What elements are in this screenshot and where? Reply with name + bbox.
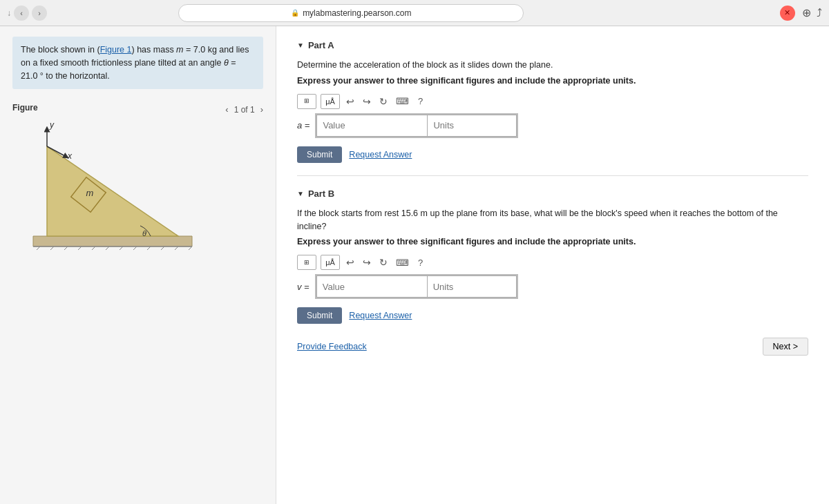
part-a-description: Determine the acceleration of the block … (297, 59, 808, 72)
figure-area: Figure ‹ 1 of 1 › (12, 103, 263, 252)
problem-statement: The block shown in (Figure 1) has mass m… (12, 37, 263, 89)
part-b-toolbar: ⊞ μÅ ↩ ↪ ↻ ⌨ ? (297, 255, 808, 270)
part-a-refresh-button[interactable]: ↻ (377, 95, 390, 108)
part-a-submit-button[interactable]: Submit (297, 146, 342, 163)
forward-button[interactable]: › (32, 6, 47, 21)
part-a-arrow-icon: ▼ (297, 41, 304, 49)
circle-icon: ⊕ (802, 6, 811, 19)
part-b-help-button[interactable]: ? (415, 256, 426, 269)
part-a-input-box (315, 113, 518, 138)
part-b-header: ▼ Part B (297, 188, 808, 199)
address-bar: 🔒 mylabmastering.pearson.com (178, 4, 524, 22)
svg-text:x: x (67, 151, 73, 161)
svg-text:y: y (49, 120, 55, 130)
part-a-instruction: Express your answer to three significant… (297, 76, 808, 86)
lock-icon: 🔒 (291, 9, 299, 17)
part-a-undo-button[interactable]: ↩ (344, 95, 356, 108)
footer-row: Provide Feedback Next > (297, 338, 808, 356)
part-b-submit-button[interactable]: Submit (297, 307, 342, 324)
figure-label: Figure (12, 103, 38, 113)
browser-icons-right: ⊕ ⤴ (802, 6, 822, 19)
part-b-arrow-icon: ▼ (297, 190, 304, 197)
part-b-answer-label: v = (297, 282, 309, 292)
part-b-format-icon[interactable]: ⊞ (297, 255, 316, 270)
part-a-request-answer-button[interactable]: Request Answer (349, 150, 412, 159)
part-b-input-box (315, 274, 518, 299)
figure-prev-button[interactable]: ‹ (225, 104, 228, 115)
figure-nav-text: 1 of 1 (234, 105, 255, 115)
part-a-mu-icon[interactable]: μÅ (321, 94, 340, 109)
content-area: ▼ Part A Determine the acceleration of t… (276, 26, 829, 504)
part-a-redo-button[interactable]: ↪ (361, 95, 373, 108)
back-indicator: ↓ (7, 8, 11, 18)
part-a-answer-row: a = (297, 113, 808, 138)
sidebar: The block shown in (Figure 1) has mass m… (0, 26, 276, 504)
upload-icon: ⤴ (817, 7, 822, 19)
browser-bar: ↓ ‹ › 🔒 mylabmastering.pearson.com ✕ ⊕ ⤴ (0, 0, 829, 26)
part-b-section: ▼ Part B If the block starts from rest 1… (297, 188, 808, 324)
part-b-units-input[interactable] (427, 275, 517, 298)
figure-next-button[interactable]: › (260, 104, 263, 115)
part-a-format-icon[interactable]: ⊞ (297, 94, 316, 109)
part-a-section: ▼ Part A Determine the acceleration of t… (297, 40, 808, 163)
part-b-value-input[interactable] (316, 275, 427, 298)
next-button[interactable]: Next > (763, 338, 808, 356)
part-b-submit-row: Submit Request Answer (297, 307, 808, 324)
part-a-help-button[interactable]: ? (415, 95, 426, 108)
part-a-submit-row: Submit Request Answer (297, 146, 808, 163)
part-a-title: Part A (308, 40, 334, 50)
part-a-keyboard-button[interactable]: ⌨ (394, 95, 411, 108)
incline-diagram: m y x θ (12, 119, 206, 250)
part-a-value-input[interactable] (316, 115, 427, 137)
part-b-request-answer-button[interactable]: Request Answer (349, 311, 412, 320)
part-a-answer-label: a = (297, 120, 309, 130)
provide-feedback-button[interactable]: Provide Feedback (297, 342, 367, 351)
figure-link[interactable]: Figure 1 (100, 45, 132, 55)
part-b-title: Part B (308, 188, 334, 199)
part-a-units-input[interactable] (427, 115, 517, 137)
back-button[interactable]: ‹ (14, 6, 29, 21)
part-b-answer-row: v = (297, 274, 808, 299)
part-a-header: ▼ Part A (297, 40, 808, 50)
svg-marker-0 (33, 236, 192, 246)
part-b-mu-icon[interactable]: μÅ (321, 255, 340, 270)
svg-marker-14 (47, 146, 178, 236)
svg-text:m: m (86, 188, 94, 198)
parts-divider (297, 175, 808, 176)
main-container: The block shown in (Figure 1) has mass m… (0, 26, 829, 504)
figure-nav: ‹ 1 of 1 › (225, 104, 263, 115)
svg-text:θ: θ (142, 229, 146, 238)
part-b-refresh-button[interactable]: ↻ (377, 255, 390, 269)
part-b-redo-button[interactable]: ↪ (361, 255, 373, 269)
close-button[interactable]: ✕ (780, 6, 795, 21)
nav-buttons: ↓ ‹ › (7, 6, 47, 21)
part-b-keyboard-button[interactable]: ⌨ (394, 256, 411, 269)
part-b-undo-button[interactable]: ↩ (344, 255, 356, 269)
part-a-toolbar: ⊞ μÅ ↩ ↪ ↻ ⌨ ? (297, 94, 808, 109)
part-b-description: If the block starts from rest 15.6 m up … (297, 207, 808, 233)
part-b-instruction: Express your answer to three significant… (297, 237, 808, 246)
url-text: mylabmastering.pearson.com (303, 8, 411, 18)
